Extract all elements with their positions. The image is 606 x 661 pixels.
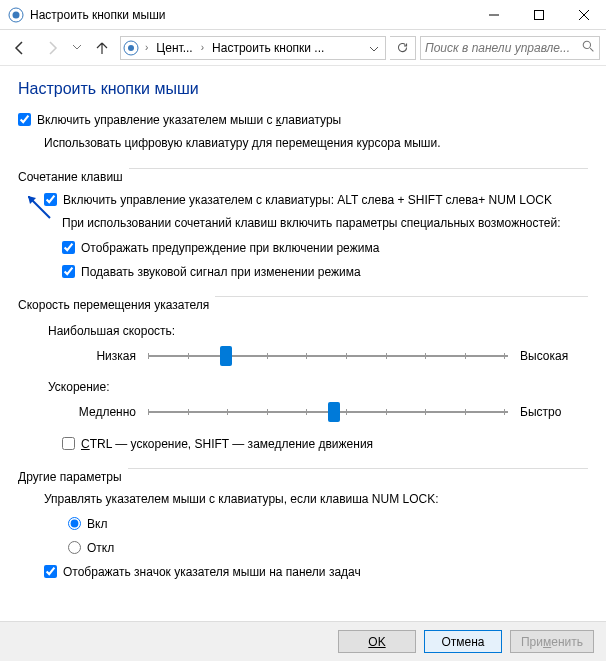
top-speed-slider[interactable] [148, 344, 508, 368]
search-box[interactable] [420, 36, 600, 60]
warn-checkbox[interactable] [62, 241, 75, 254]
history-dropdown[interactable] [70, 34, 84, 62]
ctrl-shift-label: CTRL — ускорение, SHIFT — замедление дви… [81, 436, 373, 452]
search-icon[interactable] [582, 40, 595, 56]
tray-icon-label: Отображать значок указателя мыши на пане… [63, 564, 361, 580]
divider [129, 168, 588, 169]
sound-label: Подавать звуковой сигнал при изменении р… [81, 264, 361, 280]
tray-icon-checkbox[interactable] [44, 565, 57, 578]
window-title: Настроить кнопки мыши [30, 8, 471, 22]
chevron-right-icon: › [143, 42, 150, 53]
accel-label: Ускорение: [18, 380, 588, 394]
top-speed-label: Наибольшая скорость: [18, 324, 588, 338]
address-bar[interactable]: › Цент... › Настроить кнопки ... [120, 36, 386, 60]
svg-point-8 [583, 41, 590, 48]
shortcut-group-label: Сочетание клавиш [18, 170, 123, 184]
svg-point-7 [128, 45, 134, 51]
app-icon [8, 7, 24, 23]
numlock-off-label: Откл [87, 540, 114, 556]
shortcut-enable-label: Включить управление указателем с клавиат… [63, 192, 552, 208]
enable-mousekeys-desc: Использовать цифровую клавиатуру для пер… [18, 136, 588, 150]
page-title: Настроить кнопки мыши [18, 80, 588, 98]
accel-slider[interactable] [148, 400, 508, 424]
ctrl-shift-checkbox[interactable] [62, 437, 75, 450]
top-speed-left-label: Низкая [68, 349, 148, 363]
forward-button[interactable] [38, 34, 66, 62]
maximize-button[interactable] [516, 0, 561, 30]
shortcut-enable-checkbox[interactable] [44, 193, 57, 206]
top-speed-right-label: Высокая [508, 349, 588, 363]
enable-mousekeys-label: Включить управление указателем мыши с кл… [37, 112, 341, 128]
minimize-button[interactable] [471, 0, 516, 30]
enable-mousekeys-checkbox[interactable] [18, 113, 31, 126]
close-button[interactable] [561, 0, 606, 30]
shortcut-sub-desc: При использовании сочетаний клавиш включ… [18, 216, 588, 230]
cancel-button[interactable]: Отмена [424, 630, 502, 653]
numlock-question: Управлять указателем мыши с клавиатуры, … [18, 492, 588, 506]
ok-button[interactable]: OK [338, 630, 416, 653]
search-input[interactable] [425, 41, 582, 55]
svg-rect-3 [534, 10, 543, 19]
warn-label: Отображать предупреждение при включении … [81, 240, 379, 256]
chevron-right-icon: › [199, 42, 206, 53]
numlock-off-radio[interactable] [68, 541, 81, 554]
apply-button[interactable]: Применить [510, 630, 594, 653]
control-panel-icon [123, 40, 139, 56]
divider [215, 296, 588, 297]
svg-line-9 [590, 48, 593, 51]
numlock-on-radio[interactable] [68, 517, 81, 530]
address-dropdown[interactable] [365, 41, 383, 55]
accel-left-label: Медленно [68, 405, 148, 419]
back-button[interactable] [6, 34, 34, 62]
speed-group-label: Скорость перемещения указателя [18, 298, 209, 312]
other-group-label: Другие параметры [18, 470, 122, 484]
breadcrumb-1[interactable]: Цент... [154, 41, 194, 55]
refresh-button[interactable] [390, 36, 416, 60]
divider [128, 468, 588, 469]
accel-right-label: Быстро [508, 405, 588, 419]
up-button[interactable] [88, 34, 116, 62]
sound-checkbox[interactable] [62, 265, 75, 278]
breadcrumb-2[interactable]: Настроить кнопки ... [210, 41, 326, 55]
numlock-on-label: Вкл [87, 516, 107, 532]
svg-point-1 [13, 11, 20, 18]
